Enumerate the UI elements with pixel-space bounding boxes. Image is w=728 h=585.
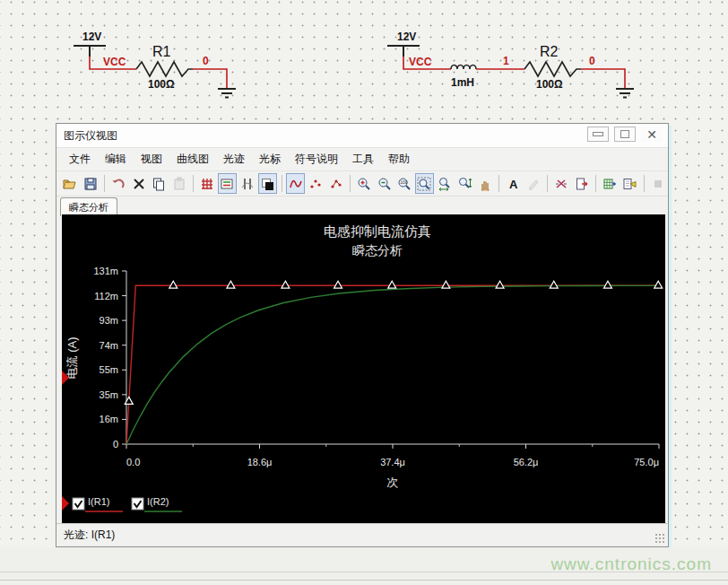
save-icon xyxy=(83,177,98,191)
toolbar-separator xyxy=(350,175,351,192)
show-cursors-button[interactable] xyxy=(238,173,256,194)
delete-button[interactable] xyxy=(129,173,147,194)
legend-item-I(R2)[interactable]: I(R2) xyxy=(132,496,182,511)
tab-strip: 瞬态分析 xyxy=(56,196,668,216)
right-circuit[interactable]: 12V VCC 1mH 1 R2 100Ω 0 xyxy=(387,31,634,98)
menu-item-2[interactable]: 视图 xyxy=(134,149,169,170)
point-mode-icon xyxy=(308,177,323,191)
trace-marker-triangle xyxy=(169,281,178,288)
zoom-out-button[interactable] xyxy=(375,173,393,194)
grapher-window: 图示仪视图 ✕ 文件编辑视图曲线图光迹光标符号说明工具帮助 100A 瞬态分析 … xyxy=(56,123,669,547)
net-label-0: 0 xyxy=(203,55,209,67)
export-trace-icon xyxy=(575,177,589,191)
zoom-out-icon xyxy=(377,177,392,191)
maximize-button[interactable] xyxy=(614,127,636,142)
resistor-symbol[interactable] xyxy=(136,62,193,76)
copy-button[interactable] xyxy=(150,173,168,194)
save-button[interactable] xyxy=(81,173,99,194)
net-label-0: 0 xyxy=(589,55,595,67)
zoom-x-button[interactable] xyxy=(436,173,454,194)
menu-item-6[interactable]: 符号说明 xyxy=(288,149,345,170)
text-icon: A xyxy=(506,177,520,191)
undo-icon xyxy=(111,177,126,191)
wire[interactable] xyxy=(581,69,625,88)
show-legend-icon xyxy=(220,177,234,191)
toolbar-separator xyxy=(498,175,499,192)
zoom-y-icon xyxy=(457,177,472,191)
open-icon xyxy=(63,177,77,191)
y-axis-label: 电流 (A) xyxy=(65,337,79,380)
ground-symbol[interactable] xyxy=(616,89,634,98)
divider-line xyxy=(0,580,728,581)
show-legend-button[interactable] xyxy=(218,173,236,194)
menu-item-7[interactable]: 工具 xyxy=(345,149,381,170)
minimize-icon xyxy=(593,132,603,136)
text-button[interactable]: A xyxy=(504,173,522,194)
zoom-area-button[interactable] xyxy=(415,173,433,194)
x-tick-label: 18.6μ xyxy=(247,457,273,467)
probe-button[interactable] xyxy=(552,173,570,194)
zoom-100-button[interactable]: 100 xyxy=(395,173,413,194)
menu-item-3[interactable]: 曲线图 xyxy=(169,149,216,170)
zoom-x-icon xyxy=(438,177,452,191)
toolbar-separator xyxy=(282,175,282,192)
window-titlebar[interactable]: 图示仪视图 ✕ xyxy=(56,124,668,148)
legend-item-I(R1)[interactable]: I(R1) xyxy=(73,496,123,511)
delete-icon xyxy=(132,177,146,191)
show-cursors-icon xyxy=(240,177,255,191)
export-trace-button[interactable] xyxy=(572,173,590,194)
menu-item-5[interactable]: 光标 xyxy=(252,149,288,170)
axis-lines xyxy=(126,271,659,444)
show-grid-button[interactable] xyxy=(198,173,216,194)
resize-grip[interactable] xyxy=(654,533,666,545)
schematic-canvas: 12V VCC R1 100Ω 0 12V VCC 1mH 1 R2 100Ω … xyxy=(0,0,728,122)
trace-I(R2)[interactable] xyxy=(126,285,659,444)
toolbar: 100A xyxy=(56,171,668,196)
tab-transient-analysis[interactable]: 瞬态分析 xyxy=(60,197,117,216)
y-tick-label: 112m xyxy=(94,291,118,301)
bottom-strip: www.cntronics.com xyxy=(0,547,728,585)
menu-item-8[interactable]: 帮助 xyxy=(381,149,417,170)
source-voltage-label: 12V xyxy=(397,31,416,43)
undo-button[interactable] xyxy=(109,173,127,194)
pan-button[interactable] xyxy=(476,173,494,194)
y-tick-label: 131m xyxy=(93,266,118,276)
minimize-button[interactable] xyxy=(587,127,609,142)
left-circuit[interactable]: 12V VCC R1 100Ω 0 xyxy=(74,31,236,98)
menu-item-1[interactable]: 编辑 xyxy=(98,149,134,170)
trace-marker-triangle xyxy=(282,281,290,288)
x-tick-label: 37.4μ xyxy=(380,457,405,467)
zoom-y-button[interactable] xyxy=(455,173,473,194)
black-white-icon xyxy=(260,177,274,191)
toolbar-separator xyxy=(193,175,194,192)
inductor-value-label: 1mH xyxy=(451,76,474,89)
point-mode-button[interactable] xyxy=(307,173,325,194)
open-button[interactable] xyxy=(61,173,79,194)
toolbar-separator xyxy=(595,175,596,192)
export-excel-button[interactable] xyxy=(601,173,619,194)
wire[interactable] xyxy=(193,69,227,88)
net-label-1: 1 xyxy=(503,55,509,67)
close-button[interactable]: ✕ xyxy=(641,127,663,142)
trace-I(R1)[interactable] xyxy=(126,285,659,444)
line-point-mode-button[interactable] xyxy=(326,173,344,194)
y-tick-label: 74m xyxy=(100,340,118,351)
copy-icon xyxy=(152,177,166,191)
net-label-vcc: VCC xyxy=(103,56,126,68)
resistor-symbol[interactable] xyxy=(524,62,581,76)
menu-item-0[interactable]: 文件 xyxy=(62,149,98,170)
menu-item-4[interactable]: 光迹 xyxy=(216,149,252,170)
export-graph-button[interactable] xyxy=(620,173,638,194)
trace-marker-triangle xyxy=(227,281,235,288)
black-white-button[interactable] xyxy=(258,173,276,194)
transient-chart[interactable]: 电感抑制电流仿真瞬态分析131m112m93m74m55m35m16m00.01… xyxy=(62,214,665,524)
line-mode-button[interactable] xyxy=(286,173,304,194)
y-tick-label: 0 xyxy=(113,439,118,450)
toolbar-separator xyxy=(644,175,645,192)
stop-icon xyxy=(651,177,665,191)
ground-symbol[interactable] xyxy=(218,89,236,98)
power-symbol xyxy=(74,46,106,57)
zoom-in-button[interactable] xyxy=(355,173,373,194)
inductor-symbol[interactable] xyxy=(451,65,476,70)
menu-bar: 文件编辑视图曲线图光迹光标符号说明工具帮助 xyxy=(56,148,668,171)
